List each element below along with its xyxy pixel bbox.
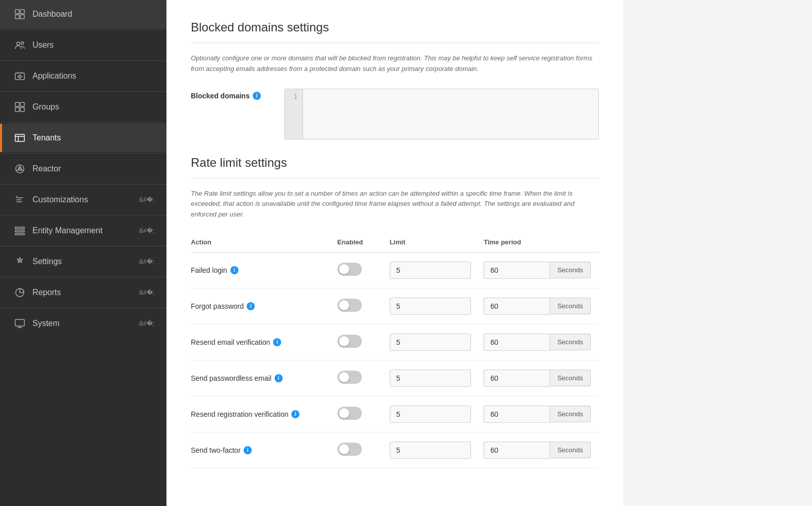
limit-cell-forgot-password — [390, 288, 484, 324]
reports-icon — [14, 287, 25, 298]
entity-management-chevron: &#�; — [139, 227, 154, 234]
time-input-send-passwordless-email[interactable] — [484, 370, 550, 387]
settings-chevron: &#�; — [139, 258, 154, 265]
action-info-icon-forgot-password[interactable]: i — [247, 302, 255, 310]
time-unit-send-two-factor: Seconds — [550, 442, 591, 458]
time-period-group-forgot-password: Seconds — [484, 298, 599, 315]
time-input-send-two-factor[interactable] — [484, 442, 550, 459]
system-icon — [14, 318, 25, 329]
limit-input-send-two-factor[interactable] — [390, 442, 471, 459]
toggle-send-passwordless-email[interactable] — [337, 371, 362, 384]
limit-input-resend-email-verification[interactable] — [390, 334, 471, 351]
limit-input-forgot-password[interactable] — [390, 298, 471, 315]
toggle-resend-email-verification[interactable] — [337, 335, 362, 348]
limit-cell-failed-login — [390, 252, 484, 288]
action-cell-send-passwordless-email: Send passwordless email i — [191, 360, 337, 396]
tenants-icon — [14, 133, 25, 143]
time-unit-resend-registration-verification: Seconds — [550, 406, 591, 422]
sidebar: Dashboard Users Applications — [0, 0, 166, 506]
settings-icon — [14, 257, 25, 267]
sidebar-item-applications[interactable]: Applications — [0, 62, 166, 90]
svg-rect-2 — [15, 15, 19, 19]
action-cell-resend-registration-verification: Resend registration verification i — [191, 396, 337, 432]
customizations-icon — [14, 195, 25, 205]
content-area: Blocked domains settings Optionally conf… — [166, 0, 623, 506]
toggle-thumb-send-passwordless-email — [339, 372, 349, 382]
sidebar-item-groups[interactable]: Groups — [0, 93, 166, 121]
action-label-text: Send two-factor — [191, 446, 241, 454]
blocked-domains-info-icon[interactable]: i — [253, 92, 261, 100]
sidebar-label-reports: Reports — [32, 288, 61, 297]
blocked-domains-label: Blocked domains i — [191, 89, 272, 100]
time-period-group-send-passwordless-email: Seconds — [484, 370, 599, 387]
system-chevron: &#�; — [139, 320, 154, 327]
sidebar-item-dashboard[interactable]: Dashboard — [0, 0, 166, 28]
sidebar-label-tenants: Tenants — [32, 133, 61, 142]
blocked-domains-editor: 1 — [284, 89, 599, 139]
enabled-cell-failed-login — [337, 252, 390, 288]
action-info-icon-resend-email-verification[interactable]: i — [273, 338, 281, 346]
svg-rect-9 — [20, 102, 24, 106]
sidebar-label-users: Users — [32, 41, 54, 50]
toggle-thumb-resend-registration-verification — [339, 408, 349, 418]
svg-rect-17 — [15, 227, 24, 229]
sidebar-label-customizations: Customizations — [32, 195, 88, 204]
toggle-send-two-factor[interactable] — [337, 443, 362, 456]
limit-input-resend-registration-verification[interactable] — [390, 406, 471, 423]
toggle-thumb-send-two-factor — [339, 444, 349, 454]
sidebar-item-entity-management[interactable]: Entity Management &#�; — [0, 216, 166, 245]
sidebar-item-reactor[interactable]: Reactor — [0, 155, 166, 183]
col-action: Action — [191, 234, 337, 252]
limit-input-send-passwordless-email[interactable] — [390, 370, 471, 387]
entity-management-icon — [14, 226, 25, 236]
sidebar-item-settings[interactable]: Settings &#�; — [0, 247, 166, 276]
blocked-domains-title: Blocked domains settings — [191, 20, 599, 34]
sidebar-label-groups: Groups — [32, 102, 59, 112]
action-cell-failed-login: Failed login i — [191, 252, 337, 288]
time-period-cell-resend-registration-verification: Seconds — [484, 396, 599, 432]
toggle-resend-registration-verification[interactable] — [337, 407, 362, 420]
svg-rect-10 — [15, 107, 19, 112]
sidebar-item-customizations[interactable]: Customizations &#�; — [0, 186, 166, 214]
action-info-icon-failed-login[interactable]: i — [230, 266, 239, 274]
time-period-cell-resend-email-verification: Seconds — [484, 324, 599, 360]
sidebar-item-users[interactable]: Users — [0, 31, 166, 59]
time-period-cell-send-passwordless-email: Seconds — [484, 360, 599, 396]
time-input-failed-login[interactable] — [484, 262, 550, 279]
col-time-period: Time period — [484, 234, 599, 252]
sidebar-label-entity-management: Entity Management — [32, 226, 103, 235]
svg-rect-19 — [15, 233, 24, 235]
sidebar-item-reports[interactable]: Reports &#�; — [0, 278, 166, 307]
col-enabled: Enabled — [337, 234, 390, 252]
sidebar-item-system[interactable]: System &#�; — [0, 309, 166, 338]
blocked-domains-textarea[interactable] — [303, 89, 598, 139]
svg-rect-18 — [15, 230, 24, 232]
toggle-forgot-password[interactable] — [337, 299, 362, 312]
time-input-resend-email-verification[interactable] — [484, 334, 550, 351]
time-period-cell-forgot-password: Seconds — [484, 288, 599, 324]
enabled-cell-send-passwordless-email — [337, 360, 390, 396]
action-info-icon-send-two-factor[interactable]: i — [244, 446, 252, 454]
reactor-icon — [14, 164, 25, 174]
svg-rect-22 — [15, 319, 24, 326]
action-info-icon-send-passwordless-email[interactable]: i — [275, 374, 283, 382]
sidebar-label-reactor: Reactor — [32, 164, 61, 173]
sidebar-item-tenants[interactable]: Tenants — [0, 124, 166, 152]
blocked-domains-divider — [191, 43, 599, 43]
action-info-icon-resend-registration-verification[interactable]: i — [291, 410, 299, 418]
table-row: Failed login i Seconds — [191, 252, 599, 288]
applications-icon — [14, 71, 25, 81]
limit-cell-send-passwordless-email — [390, 360, 484, 396]
svg-rect-3 — [20, 15, 24, 19]
sidebar-label-dashboard: Dashboard — [32, 10, 72, 19]
col-limit: Limit — [390, 234, 484, 252]
time-input-resend-registration-verification[interactable] — [484, 406, 550, 423]
blocked-domains-field: Blocked domains i 1 — [191, 89, 599, 139]
toggle-failed-login[interactable] — [337, 263, 362, 276]
limit-cell-resend-email-verification — [390, 324, 484, 360]
limit-input-failed-login[interactable] — [390, 262, 471, 279]
time-input-forgot-password[interactable] — [484, 298, 550, 315]
time-period-cell-send-two-factor: Seconds — [484, 432, 599, 468]
svg-rect-11 — [20, 107, 24, 112]
action-cell-forgot-password: Forgot password i — [191, 288, 337, 324]
